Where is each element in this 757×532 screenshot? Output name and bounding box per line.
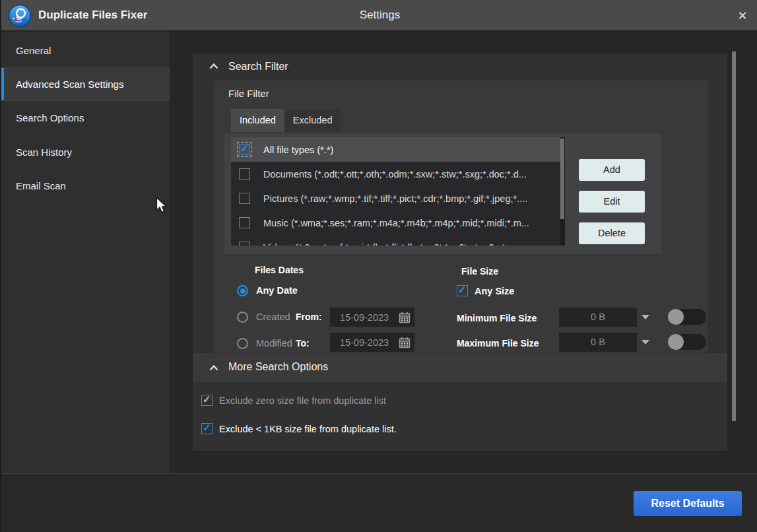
sidebar-item-email-scan[interactable]: Email Scan	[1, 170, 170, 203]
max-file-size-field[interactable]: 0 B	[559, 333, 637, 352]
sidebar-item-scan-history[interactable]: Scan History	[1, 136, 170, 169]
from-label: From:	[296, 312, 322, 322]
file-filter-group: File Filter Included Excluded ✓ All file…	[214, 81, 708, 352]
list-scrollbar-thumb[interactable]	[560, 139, 564, 219]
main-scrollbar-thumb[interactable]	[732, 51, 736, 421]
title-bar: Duplicate Files Fixer Settings ✕	[1, 0, 757, 32]
any-date-label[interactable]: Any Date	[256, 285, 298, 296]
list-scrollbar[interactable]	[560, 137, 565, 246]
modified-label[interactable]: Modified	[256, 338, 292, 349]
more-search-options-header[interactable]: More Search Options	[228, 361, 328, 373]
tab-included[interactable]: Included	[231, 109, 284, 132]
any-size-checkbox[interactable]: ✓	[457, 285, 468, 296]
close-icon[interactable]: ✕	[735, 8, 750, 24]
list-item[interactable]: Documents (*.odt;*.ott;*.oth;*.odm;*.sxw…	[231, 162, 565, 186]
max-size-unit-dropdown-icon[interactable]	[642, 340, 649, 345]
max-size-toggle[interactable]	[668, 334, 706, 350]
min-file-size-label: Minimum File Size	[457, 313, 537, 323]
created-radio[interactable]	[237, 312, 248, 323]
list-item[interactable]: Music (*.wma;*.ses;*.ram;*.m4a;*.m4b;*.m…	[231, 211, 565, 235]
sidebar-item-search-options[interactable]: Search Options	[1, 102, 170, 135]
list-item[interactable]: ✓ All file types (*.*)	[231, 137, 565, 162]
toggle-knob	[668, 309, 684, 325]
list-item[interactable]: Pictures (*.raw;*.wmp;*.tif;*.tiff;*.pic…	[231, 186, 565, 211]
min-size-toggle[interactable]	[668, 309, 706, 325]
files-dates-title: Files Dates	[255, 265, 304, 275]
file-filter-tabs: Included Excluded	[231, 109, 341, 132]
exclude-zero-size-checkbox[interactable]: ✓	[201, 395, 213, 406]
checkbox-unchecked-icon[interactable]	[239, 168, 250, 180]
any-date-radio[interactable]	[237, 285, 248, 296]
min-file-size-field[interactable]: 0 B	[559, 308, 637, 327]
list-item[interactable]: Videos (*.3gp;*.asf;*.avi;*.flc;*.fli;*.…	[231, 235, 565, 246]
file-filter-title: File Filter	[228, 88, 269, 99]
edit-button[interactable]: Edit	[579, 191, 645, 213]
add-button[interactable]: Add	[579, 159, 645, 181]
from-date-field[interactable]: 15-09-2023	[330, 308, 414, 327]
toggle-knob	[668, 334, 684, 350]
file-type-list: ✓ All file types (*.*) Documents (*.odt;…	[231, 137, 565, 246]
created-label[interactable]: Created	[256, 312, 290, 322]
sidebar-item-general[interactable]: General	[1, 34, 170, 67]
collapse-chevron-icon[interactable]	[209, 63, 218, 69]
checkbox-unchecked-icon[interactable]	[239, 217, 250, 228]
modified-radio[interactable]	[237, 338, 248, 349]
exclude-zero-size-label[interactable]: Exclude zero size file from duplicate li…	[219, 395, 386, 406]
calendar-icon[interactable]	[399, 312, 411, 323]
checkbox-unchecked-icon[interactable]	[239, 193, 250, 204]
collapse-chevron-icon[interactable]	[209, 365, 218, 371]
sidebar-divider	[1, 100, 170, 101]
window-title: Settings	[1, 9, 757, 22]
max-file-size-label: Maximum File Size	[457, 338, 539, 349]
reset-defaults-button[interactable]: Reset Defaults	[634, 491, 742, 516]
advanced-scan-settings-panel: Search Filter File Filter Included Exclu…	[193, 53, 727, 451]
search-filter-header[interactable]: Search Filter	[228, 61, 288, 73]
checkbox-checked-icon[interactable]: ✓	[239, 144, 250, 155]
file-size-title: File Size	[461, 266, 498, 277]
delete-button[interactable]: Delete	[579, 222, 645, 244]
to-label: To:	[296, 338, 310, 349]
sidebar: General Advanced Scan Settings Search Op…	[1, 32, 170, 473]
tab-excluded[interactable]: Excluded	[284, 109, 341, 132]
any-size-label[interactable]: Any Size	[475, 286, 514, 296]
footer-bar: Reset Defaults	[1, 473, 757, 532]
checkbox-unchecked-icon[interactable]	[239, 242, 250, 246]
more-search-options-bar[interactable]: More Search Options	[193, 353, 727, 382]
exclude-1kb-label[interactable]: Exclude < 1KB size file from duplicate l…	[219, 424, 397, 434]
min-size-unit-dropdown-icon[interactable]	[642, 315, 649, 319]
sidebar-item-advanced-scan-settings[interactable]: Advanced Scan Settings	[1, 68, 170, 100]
exclude-1kb-checkbox[interactable]: ✓	[201, 423, 213, 434]
mouse-cursor	[156, 197, 168, 214]
file-type-list-container: ✓ All file types (*.*) Documents (*.odt;…	[224, 133, 661, 254]
to-date-field[interactable]: 15-09-2023	[330, 333, 414, 352]
settings-content: Search Filter File Filter Included Exclu…	[170, 32, 757, 473]
calendar-icon[interactable]	[399, 337, 411, 349]
